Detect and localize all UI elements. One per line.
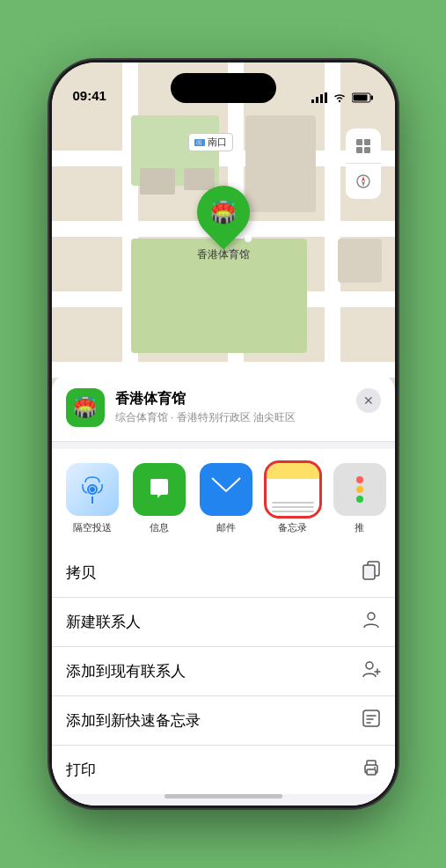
action-print[interactable]: 打印 [52,746,395,794]
share-item-airdrop[interactable]: 隔空投送 [66,463,119,534]
svg-rect-29 [367,769,376,775]
svg-point-16 [90,487,95,492]
svg-rect-10 [356,147,362,153]
phone-frame: 09:41 [52,63,395,805]
add-existing-label: 添加到现有联系人 [66,661,186,681]
airdrop-icon [78,475,106,504]
note-icon [362,709,381,732]
map-entrance-label: 出 南口 [188,133,233,151]
share-item-more[interactable]: 推 [333,463,386,534]
battery-icon [352,92,374,103]
svg-rect-19 [363,565,375,579]
svg-rect-3 [325,92,327,103]
message-icon [145,475,173,504]
mail-icon-bg [200,463,252,516]
svg-marker-14 [362,181,365,187]
message-icon-bg [133,463,186,516]
notes-label: 备忘录 [278,521,307,534]
svg-rect-7 [353,95,367,101]
svg-rect-11 [364,147,370,153]
svg-marker-13 [362,176,365,181]
dynamic-island [171,73,276,103]
venue-info: 香港体育馆 综合体育馆 · 香港特别行政区 油尖旺区 [115,390,381,425]
compass-icon [355,173,372,190]
copy-icon [362,561,381,585]
add-notes-label: 添加到新快速备忘录 [66,710,201,731]
more-icon-bg [333,463,386,516]
map-layers-icon [355,137,372,155]
svg-point-21 [366,662,373,669]
notes-icon [267,463,319,516]
action-copy[interactable]: 拷贝 [52,548,395,598]
map-type-button[interactable] [346,129,381,164]
svg-point-4 [338,100,340,102]
action-add-notes[interactable]: 添加到新快速备忘录 [52,696,395,746]
venue-subtitle: 综合体育馆 · 香港特别行政区 油尖旺区 [115,410,381,425]
copy-label: 拷贝 [66,563,96,583]
print-label: 打印 [66,760,96,780]
action-list: 拷贝 新建联系人 [52,548,395,794]
mail-label: 邮件 [216,521,236,534]
share-item-message[interactable]: 信息 [133,463,186,534]
venue-pin-icon: 🏟️ [210,200,237,224]
location-pin: 🏟️ 香港体育馆 [197,186,250,262]
share-row: 隔空投送 信息 邮件 [52,449,395,548]
entrance-text: 南口 [208,136,227,149]
signal-icon [311,92,327,103]
map-controls [346,129,381,199]
pin-dot [245,235,252,242]
svg-rect-1 [316,97,318,103]
svg-point-20 [368,613,375,620]
svg-rect-8 [356,139,362,145]
svg-rect-9 [364,139,370,145]
more-label: 推 [355,521,364,534]
person-plus-icon [362,659,381,683]
action-new-contact[interactable]: 新建联系人 [52,598,395,647]
airdrop-label: 隔空投送 [73,521,112,534]
svg-rect-6 [370,96,373,100]
home-indicator [165,794,282,798]
wifi-icon [333,92,347,103]
share-item-notes[interactable]: 备忘录 [267,463,319,534]
more-icon [356,476,363,503]
status-time: 09:41 [73,88,106,103]
location-button[interactable] [346,164,381,199]
printer-icon [362,758,381,782]
mail-icon [211,477,241,502]
venue-name: 香港体育馆 [115,390,381,408]
entrance-icon: 出 [194,139,205,146]
svg-point-30 [374,767,376,769]
venue-card: 🏟️ 香港体育馆 综合体育馆 · 香港特别行政区 油尖旺区 ✕ [52,374,395,442]
airdrop-icon-bg [66,463,119,516]
svg-rect-2 [320,94,323,103]
new-contact-label: 新建联系人 [66,612,141,632]
person-icon [362,610,381,634]
bottom-sheet: 🏟️ 香港体育馆 综合体育馆 · 香港特别行政区 油尖旺区 ✕ [52,374,395,805]
close-button[interactable]: ✕ [356,388,381,413]
venue-icon: 🏟️ [66,388,105,427]
action-add-existing[interactable]: 添加到现有联系人 [52,647,395,696]
svg-rect-24 [363,710,379,726]
message-label: 信息 [150,521,169,534]
share-item-mail[interactable]: 邮件 [200,463,252,534]
status-icons [311,92,374,103]
notes-icon-bg [267,463,319,516]
svg-rect-0 [311,99,314,103]
